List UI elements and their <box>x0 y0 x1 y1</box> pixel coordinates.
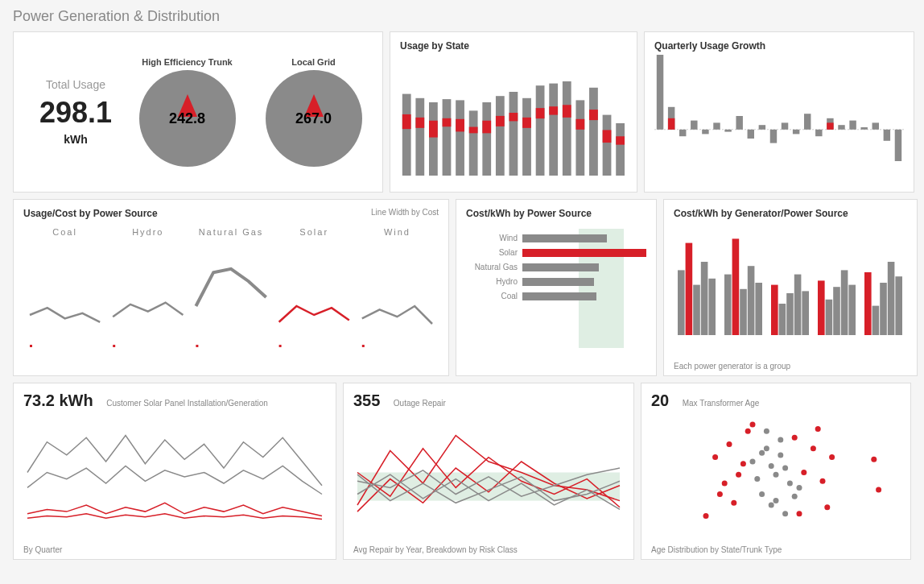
svg-rect-76 <box>786 293 794 335</box>
card-solar-installation: 73.2 kWh Customer Solar Panel Installati… <box>13 383 336 560</box>
hbar-label: Wind <box>466 234 522 242</box>
svg-point-126 <box>717 491 723 497</box>
svg-rect-10 <box>469 110 478 176</box>
outage-label: Outage Repair <box>394 399 446 408</box>
svg-rect-68 <box>708 279 716 335</box>
svg-rect-47 <box>782 122 788 129</box>
svg-rect-39 <box>691 121 697 130</box>
svg-rect-77 <box>794 275 802 335</box>
svg-point-92 <box>764 445 769 451</box>
card-usage-by-state: Usage by State <box>390 31 637 193</box>
svg-rect-66 <box>693 285 700 335</box>
svg-rect-11 <box>469 127 478 134</box>
total-usage-unit: kWh <box>31 133 120 146</box>
hbar-label: Solar <box>466 248 522 257</box>
svg-point-109 <box>731 500 736 506</box>
svg-rect-45 <box>759 125 765 130</box>
svg-rect-79 <box>818 280 825 335</box>
svg-point-110 <box>740 461 746 466</box>
svg-point-91 <box>759 491 765 497</box>
svg-rect-33 <box>616 136 625 144</box>
chart-cost-kwh-generator[interactable] <box>674 222 907 351</box>
card-cost-kwh-generator: Cost/kWh by Generator/Power Source Each … <box>663 199 918 376</box>
svg-rect-56 <box>872 122 879 129</box>
svg-rect-63 <box>362 345 365 347</box>
svg-point-117 <box>829 454 835 460</box>
chart-title: Quarterly Usage Growth <box>654 40 904 52</box>
svg-point-104 <box>797 485 802 491</box>
svg-rect-88 <box>895 276 902 335</box>
svg-rect-22 <box>549 84 558 176</box>
gauge-value-2: 267.0 <box>295 110 332 127</box>
svg-rect-13 <box>482 121 491 134</box>
gauge-value-1: 242.8 <box>169 110 205 127</box>
svg-rect-48 <box>793 130 799 135</box>
svg-rect-78 <box>802 291 809 335</box>
svg-rect-61 <box>196 345 198 347</box>
svg-rect-41 <box>713 122 720 129</box>
svg-point-101 <box>754 476 760 482</box>
svg-rect-23 <box>549 106 558 114</box>
svg-rect-3 <box>415 118 424 128</box>
chart-solar[interactable] <box>23 410 326 539</box>
chart-title: Cost/kWh by Power Source <box>466 208 646 219</box>
gauge-title-1: High Efficiency Trunk <box>128 57 246 67</box>
svg-rect-16 <box>509 92 518 176</box>
svg-rect-28 <box>589 88 598 176</box>
svg-rect-15 <box>496 116 505 126</box>
svg-point-95 <box>778 452 783 458</box>
hbar-row: Hydro <box>466 277 646 286</box>
facet-label: Coal <box>23 227 106 237</box>
chart-scatter[interactable] <box>651 410 901 539</box>
svg-point-112 <box>745 429 751 434</box>
svg-rect-9 <box>456 119 464 132</box>
gauge-high-efficiency: High Efficiency Trunk 242.8 <box>128 57 246 167</box>
transformer-value: 20 <box>651 391 669 410</box>
svg-rect-29 <box>589 110 598 120</box>
svg-rect-24 <box>563 81 571 176</box>
facet-labels: Coal Hydro Natural Gas Solar Wind <box>23 227 439 237</box>
page-title: Power Generation & Distribution <box>13 8 911 25</box>
svg-rect-54 <box>849 121 856 130</box>
total-usage-block: Total Usage 298.1 kWh <box>23 78 128 146</box>
svg-rect-1 <box>402 114 411 129</box>
gauge-title-2: Local Grid <box>254 57 373 67</box>
svg-rect-12 <box>482 102 491 176</box>
card-transformer-age: 20 Max Transformer Age Age Distribution … <box>641 383 911 560</box>
svg-point-121 <box>876 487 881 493</box>
hbar-row: Wind <box>466 234 646 242</box>
facet-label: Solar <box>273 227 356 237</box>
chart-outage[interactable] <box>353 410 624 539</box>
svg-rect-44 <box>748 130 754 139</box>
svg-rect-65 <box>686 243 693 335</box>
svg-rect-67 <box>701 262 708 335</box>
card-usage-cost-source: Usage/Cost by Power Source Line Width by… <box>13 199 449 376</box>
hbar-label: Coal <box>466 292 522 300</box>
svg-rect-87 <box>888 262 895 335</box>
transformer-label: Max Transformer Age <box>683 399 760 408</box>
svg-rect-64 <box>678 270 685 335</box>
chart-quarterly-growth[interactable] <box>654 55 904 184</box>
chart-usage-cost-facets[interactable] <box>23 237 439 358</box>
svg-rect-74 <box>771 285 778 335</box>
solar-value: 73.2 kWh <box>23 391 93 410</box>
svg-rect-52 <box>827 122 833 129</box>
chart-caption: Age Distribution by State/Trunk Type <box>651 545 782 554</box>
chart-usage-by-state[interactable] <box>400 55 627 184</box>
chart-title: Cost/kWh by Generator/Power Source <box>674 208 907 219</box>
hbar-row: Coal <box>466 292 646 300</box>
svg-rect-32 <box>616 123 625 176</box>
facet-label: Wind <box>356 227 439 237</box>
svg-rect-73 <box>755 283 762 335</box>
chart-caption: Each power generator is a group <box>674 362 790 371</box>
svg-point-111 <box>703 513 709 519</box>
svg-rect-38 <box>679 130 686 136</box>
svg-rect-42 <box>724 130 731 132</box>
svg-point-93 <box>769 503 774 508</box>
svg-point-98 <box>787 481 793 487</box>
svg-point-90 <box>750 459 756 465</box>
svg-rect-7 <box>443 118 452 126</box>
svg-point-97 <box>764 429 769 434</box>
svg-rect-82 <box>841 270 848 335</box>
svg-rect-86 <box>880 283 887 335</box>
